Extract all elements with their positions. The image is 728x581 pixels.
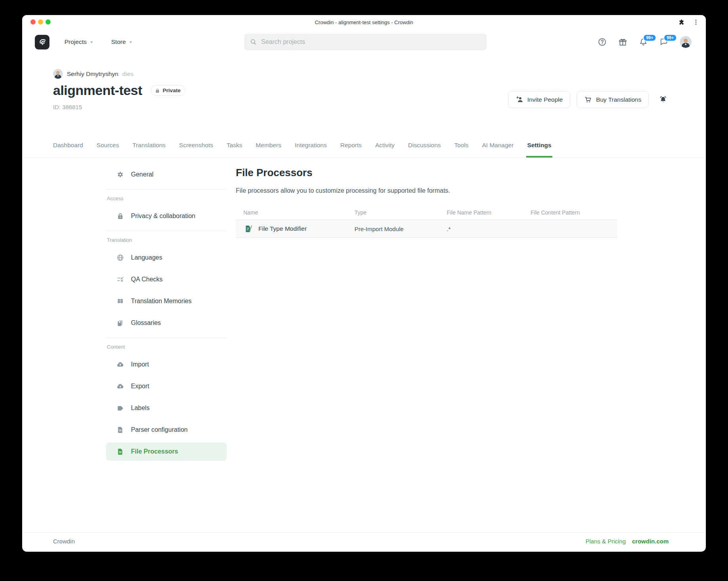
messages-button[interactable]: 99+ [659,37,669,47]
gear-icon [116,171,124,178]
sidebar-heading-access: Access [107,195,227,202]
sidebar-item-label: Export [131,383,149,390]
notifications-button[interactable]: 99+ [639,37,648,47]
messages-badge: 99+ [664,34,677,42]
invite-people-label: Invite People [527,96,563,103]
tab-ai-manager[interactable]: AI Manager [482,142,514,158]
sidebar-item-glossaries[interactable]: Glossaries [106,314,227,332]
sidebar-item-parser-configuration[interactable]: Parser configuration [106,421,227,439]
tab-tools[interactable]: Tools [454,142,468,158]
chevron-down-icon [89,40,94,44]
privacy-badge: Private [151,85,186,96]
processor-name: File Type Modifier [258,225,307,232]
sidebar-item-qa-checks[interactable]: QA Checks [106,270,227,289]
bell-ring-icon[interactable] [658,95,668,104]
file-modifier-icon [245,224,253,233]
nav-projects-menu[interactable]: Projects [64,38,94,46]
help-icon [597,37,607,47]
user-avatar[interactable] [680,36,692,48]
column-file-content-pattern: File Content Pattern [531,209,617,216]
search-icon [250,38,257,46]
sidebar-item-label: Privacy & collaboration [131,213,195,220]
column-file-name-pattern: File Name Pattern [447,209,531,216]
sidebar-divider [106,231,227,231]
extensions-puzzle-icon[interactable] [678,19,685,26]
book-icon [116,297,124,305]
sidebar-divider [106,338,227,338]
gift-icon [618,37,628,47]
tab-sources[interactable]: Sources [97,142,119,158]
tab-screenshots[interactable]: Screenshots [179,142,213,158]
sidebar-item-label: Parser configuration [131,426,188,433]
sidebar-item-translation-memories[interactable]: Translation Memories [106,292,227,310]
sidebar-item-labels[interactable]: Labels [106,399,227,417]
file-processor-icon [116,448,124,456]
glossary-icon [116,319,124,327]
cloud-upload-icon [116,361,124,368]
nav-store-menu[interactable]: Store [111,38,133,46]
browser-window: Crowdin - alignment-test settings - Crow… [22,15,706,552]
privacy-badge-label: Private [163,87,180,93]
sidebar-item-label: Glossaries [131,319,161,327]
sidebar-item-languages[interactable]: Languages [106,249,227,267]
page-description: File processors allow you to customize p… [236,187,617,194]
sidebar-item-export[interactable]: Export [106,377,227,395]
buy-translations-label: Buy Translations [596,96,641,103]
sidebar-item-label: Import [131,361,149,368]
sidebar-item-label: General [131,171,154,178]
plans-pricing-link[interactable]: Plans & Pricing [586,538,626,545]
settings-content: General Access Privacy & collaboration T… [22,158,706,532]
project-tabs: Dashboard Sources Translations Screensho… [22,136,706,158]
footer-brand: Crowdin [53,538,75,545]
search-input[interactable] [261,38,481,46]
sidebar-divider [106,189,227,190]
window-title: Crowdin - alignment-test settings - Crow… [22,15,706,29]
table-header: Name Type File Name Pattern File Content… [236,205,617,220]
lock-icon [116,212,124,220]
tab-dashboard[interactable]: Dashboard [53,142,83,158]
project-title: alignment-test [53,83,142,98]
whats-new-button[interactable] [618,37,628,47]
sidebar-item-label: Languages [131,254,162,261]
tab-members[interactable]: Members [256,142,281,158]
tab-integrations[interactable]: Integrations [295,142,327,158]
tab-reports[interactable]: Reports [340,142,362,158]
tag-icon [116,404,124,412]
owner-avatar[interactable] [53,69,63,79]
tab-activity[interactable]: Activity [375,142,394,158]
owner-name-link[interactable]: Serhiy Dmytryshyn [67,70,118,78]
invite-people-button[interactable]: Invite People [508,91,571,108]
tab-discussions[interactable]: Discussions [408,142,441,158]
qa-checks-icon [116,275,124,283]
table-row[interactable]: File Type Modifier Pre-Import Module .* [236,220,617,238]
cart-icon [584,95,592,104]
tab-tasks[interactable]: Tasks [227,142,243,158]
sidebar-item-general[interactable]: General [106,165,227,184]
file-processors-table: Name Type File Name Pattern File Content… [236,205,617,238]
sidebar-item-import[interactable]: Import [106,355,227,374]
cloud-download-icon [116,382,124,390]
search-box [244,34,487,50]
sidebar-item-file-processors[interactable]: File Processors [106,442,227,461]
sidebar-heading-translation: Translation [107,237,227,244]
top-navbar: Projects Store 99+ 99+ [22,29,706,55]
person-add-icon [516,95,524,104]
crowdin-com-link[interactable]: crowdin.com [632,538,669,545]
sidebar-item-privacy-collaboration[interactable]: Privacy & collaboration [106,207,227,225]
nav-store-label: Store [111,38,126,46]
nav-projects-label: Projects [64,38,87,46]
buy-translations-button[interactable]: Buy Translations [576,91,649,108]
sidebar-item-label: QA Checks [131,276,163,283]
tab-settings[interactable]: Settings [527,142,551,158]
sidebar-heading-content: Content [107,344,227,351]
crowdin-logo-icon[interactable] [35,35,49,49]
page-title: File Processors [236,167,617,179]
lock-icon [155,88,160,93]
settings-sidebar: General Access Privacy & collaboration T… [106,165,227,464]
owner-suffix: dies [122,70,133,78]
help-button[interactable] [597,37,607,47]
file-processors-panel: File Processors File processors allow yo… [236,167,617,238]
browser-menu-kebab-icon[interactable] [692,19,700,26]
project-header: Serhiy Dmytryshyn dies alignment-test Pr… [22,55,706,136]
tab-translations[interactable]: Translations [133,142,166,158]
